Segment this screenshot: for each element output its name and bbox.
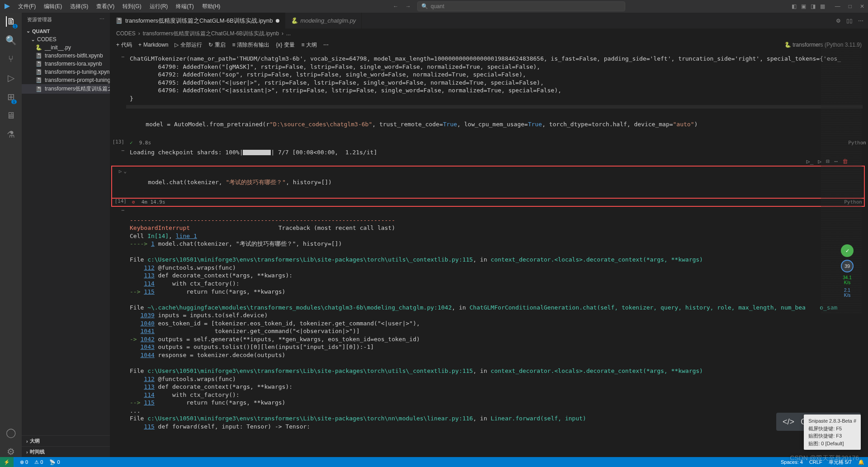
outline-section[interactable]: ›大纲 (22, 435, 110, 446)
chevron-right-icon: › (26, 449, 28, 455)
more-icon[interactable]: ⋯ (858, 18, 863, 24)
file-item[interactable]: 📓transformers-lora.xpynb (22, 60, 110, 68)
add-markdown-button[interactable]: + Markdown (138, 42, 168, 48)
status-bar: ⚡ ⊗ 0 ⚠ 0 📡 0 Spaces: 4 CRLF 单元格 5/7 🔔 (0, 457, 868, 467)
remote-indicator[interactable]: ⚡ (0, 457, 14, 467)
back-icon[interactable]: ← (390, 3, 401, 10)
variables-button[interactable]: {x} 变量 (276, 41, 295, 49)
minimize-button[interactable]: — (835, 3, 840, 10)
ports-count[interactable]: 📡 0 (49, 459, 60, 465)
menu-run[interactable]: 运行(R) (146, 1, 172, 12)
traceback-output: ----------------------------------------… (128, 207, 868, 439)
file-item[interactable]: 🐍__init__.py (22, 43, 110, 52)
python-icon: 🐍 (35, 44, 42, 51)
activity-bar: 🗎1 🔍 ⑂ ▷ ⊞1 🖥 ⚗ ◯ ⚙ (0, 13, 22, 457)
cell-status-14: ⊘4m 14.9s Python (130, 198, 864, 206)
notebook-body[interactable]: ⋯ ChatGLMTokenizer(name_or_path='THUDM/c… (110, 51, 868, 457)
split-editor-icon[interactable]: ▯▯ (846, 18, 853, 24)
menu-file[interactable]: 文件(F) (14, 1, 39, 12)
run-debug-icon[interactable]: ▷ (8, 72, 14, 83)
menu-terminal[interactable]: 终端(T) (172, 1, 197, 12)
explorer-icon[interactable]: 🗎1 (6, 16, 16, 27)
folder-codes[interactable]: ⌄CODES (22, 35, 110, 43)
remote-icon[interactable]: 🖥 (6, 110, 15, 121)
code-icon: </> (783, 417, 794, 427)
notebook-icon: 📓 (35, 86, 42, 92)
shield-badge[interactable]: ✓ (841, 244, 854, 257)
outline-button[interactable]: ≡ 大纲 (301, 41, 317, 49)
layout-icon-2[interactable]: ▣ (801, 3, 806, 10)
account-icon[interactable]: ◯ (6, 427, 16, 438)
maximize-button[interactable]: □ (849, 3, 852, 10)
search-icon: 🔍 (421, 3, 428, 10)
vscode-logo-icon (4, 3, 11, 10)
clear-output-button[interactable]: ≡ 清除所有输出 (232, 41, 269, 49)
file-item[interactable]: 📓transformers-p-tuning.xpynb (22, 68, 110, 76)
more-icon[interactable]: ⋯ (99, 16, 104, 23)
file-item[interactable]: 📓transformers-bitfit.xpynb (22, 52, 110, 60)
menu-bar: 文件(F) 编辑(E) 选择(S) 查看(V) 转到(G) 运行(R) 终端(T… (14, 1, 224, 12)
tab-notebook[interactable]: 📓transformers低精度训练篇之ChatGLM-6B训练实战.ipynb (110, 13, 285, 29)
layout-icon-3[interactable]: ◨ (811, 3, 816, 10)
cell-collapse-icon[interactable]: ⋯ (110, 54, 128, 103)
cell-status-13: ✓9.8s Python (128, 139, 868, 147)
workspace-root[interactable]: ⌄QUANT (22, 27, 110, 35)
restart-button[interactable]: ↻ 重启 (208, 41, 226, 49)
watermark: CSDN @双天至尊20176 (790, 454, 859, 462)
progress-bar (243, 150, 271, 155)
nav-arrows: ← → (390, 3, 413, 10)
code-model-chat[interactable]: model.chat(tokenizer, "考试的技巧有哪些？", histo… (130, 168, 864, 196)
output-scrollbar[interactable] (126, 105, 863, 109)
warnings-count[interactable]: ⚠ 0 (34, 459, 43, 465)
add-code-button[interactable]: + 代码 (116, 41, 132, 49)
search-placeholder: quant (431, 3, 444, 10)
menu-go[interactable]: 转到(G) (119, 1, 145, 12)
run-cell-icon[interactable]: ▷ (119, 168, 122, 196)
more-icon[interactable]: ⋯ (323, 42, 329, 48)
sidebar-title: 资源管理器 (27, 16, 52, 23)
active-cell[interactable]: ▷⌄ model.chat(tokenizer, "考试的技巧有哪些？", hi… (112, 166, 864, 198)
title-bar: 文件(F) 编辑(E) 选择(S) 查看(V) 转到(G) 运行(R) 终端(T… (0, 0, 868, 13)
extensions-icon[interactable]: ⊞1 (7, 91, 15, 102)
command-center-search[interactable]: 🔍 quant (417, 1, 625, 11)
menu-view[interactable]: 查看(V) (93, 1, 118, 12)
sidebar-explorer: 资源管理器⋯ ⌄QUANT ⌄CODES 🐍__init__.py📓transf… (22, 13, 110, 457)
chevron-down-icon[interactable]: ⌄ (123, 168, 127, 196)
editor-tabs: 📓transformers低精度训练篇之ChatGLM-6B训练实战.ipynb… (110, 13, 868, 29)
layout-icon-1[interactable]: ◧ (792, 3, 797, 10)
run-by-line-icon[interactable]: ▷̲ (807, 158, 814, 165)
output-tokenizer: ChatGLMTokenizer(name_or_path='THUDM/cha… (128, 54, 868, 103)
exec-count-14: [14] (112, 198, 130, 206)
exec-count-13: [13] (110, 139, 128, 147)
menu-edit[interactable]: 编辑(E) (40, 1, 66, 12)
notebook-icon: 📓 (35, 69, 42, 75)
forward-icon[interactable]: → (403, 3, 414, 10)
breadcrumb[interactable]: CODES › transformers低精度训练篇之ChatGLM-6B训练实… (110, 29, 868, 38)
cell-collapse-icon[interactable]: ⋯ (110, 207, 128, 439)
chevron-down-icon: ⌄ (31, 36, 35, 43)
notifications[interactable]: 🔔 (858, 459, 864, 465)
search-icon[interactable]: 🔍 (5, 35, 17, 46)
notebook-toolbar: + 代码 + Markdown ▷ 全部运行 ↻ 重启 ≡ 清除所有输出 {x}… (110, 38, 868, 51)
gear-icon[interactable]: ⚙ (836, 18, 841, 24)
testing-icon[interactable]: ⚗ (7, 129, 15, 140)
chevron-down-icon: ⌄ (26, 28, 30, 34)
file-item[interactable]: 📓transformers-prompt-tuning.xpynb (22, 76, 110, 84)
menu-help[interactable]: 帮助(H) (198, 1, 224, 12)
cell-collapse-icon[interactable]: ⋯ (110, 148, 128, 157)
source-control-icon[interactable]: ⑂ (8, 54, 14, 64)
file-item[interactable]: 📓transformers低精度训练篇之ChatG... (22, 84, 110, 94)
layout-icon-4[interactable]: ▦ (820, 3, 825, 10)
tab-modeling[interactable]: 🐍modeling_chatglm.py (285, 13, 362, 29)
menu-selection[interactable]: 选择(S) (66, 1, 92, 12)
timeline-section[interactable]: ›时间线 (22, 446, 110, 457)
errors-count[interactable]: ⊗ 0 (20, 459, 28, 465)
net-down: 2.1K/s (844, 288, 850, 298)
net-up: 34.1K/s (843, 275, 851, 285)
settings-icon[interactable]: ⚙ (7, 446, 15, 457)
speed-badge[interactable]: 39 (841, 260, 854, 272)
notebook-icon: 📓 (35, 52, 42, 59)
close-button[interactable]: ✕ (860, 3, 864, 10)
code-model-load[interactable]: model = AutoModel.from_pretrained(r"D:\s… (128, 110, 868, 138)
run-all-button[interactable]: ▷ 全部运行 (175, 41, 202, 49)
